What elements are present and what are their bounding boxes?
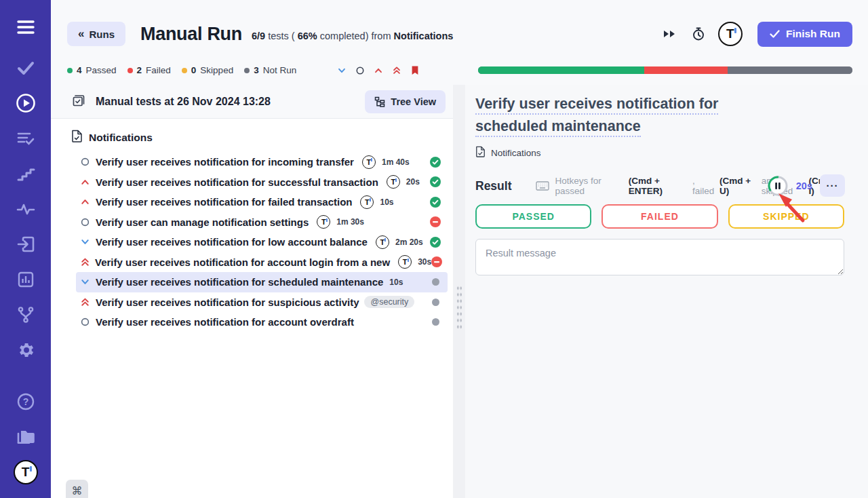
tree-view-button[interactable]: Tree View: [365, 90, 446, 113]
automated-test-logo-icon: T: [360, 195, 374, 209]
passed-button[interactable]: PASSED: [475, 204, 591, 229]
elapsed-timer: 20s: [796, 180, 812, 191]
stopwatch-icon[interactable]: [688, 24, 709, 44]
suite-file-icon: [475, 146, 486, 159]
test-title: Verify user receives notification for ac…: [95, 256, 390, 268]
help-icon[interactable]: ?: [0, 384, 51, 419]
check-icon[interactable]: [0, 50, 51, 85]
drag-grip-icon: [456, 285, 462, 331]
priority-circle-icon: [80, 317, 91, 327]
summary-skipped: 0Skipped: [182, 65, 233, 75]
finish-run-button[interactable]: Finish Run: [757, 22, 852, 47]
test-duration: 1m 30s: [336, 217, 364, 227]
settings-gear-icon[interactable]: [0, 332, 51, 368]
steps-icon[interactable]: [0, 156, 51, 191]
suite-file-icon: [71, 130, 83, 145]
more-options-button[interactable]: ···: [820, 174, 845, 197]
automated-test-logo-icon: T: [398, 255, 412, 269]
run-checklist-icon: [71, 93, 86, 111]
failed-button[interactable]: FAILED: [601, 204, 717, 229]
test-duration: 20s: [406, 177, 420, 187]
status-passed-icon: [430, 237, 441, 248]
main-area: « Runs Manual Run 6/9 tests ( 66% comple…: [51, 0, 868, 498]
test-duration: 1m 40s: [382, 157, 410, 167]
sidebar: ? T: [0, 0, 51, 498]
result-message-input[interactable]: [475, 239, 844, 275]
test-duration: 2m 20s: [395, 237, 423, 247]
back-to-runs-button[interactable]: « Runs: [67, 22, 125, 46]
status-notrun-icon: [432, 318, 439, 326]
priority-circle-icon: [80, 157, 91, 167]
test-row[interactable]: Verify user receives notification for su…: [76, 292, 448, 313]
priority-down-icon: [80, 277, 91, 287]
test-row[interactable]: Verify user receives notification for ac…: [76, 312, 448, 332]
filter-priority-highest-icon[interactable]: [391, 64, 403, 77]
priority-down-icon: [80, 237, 91, 247]
check-icon: [770, 30, 780, 38]
test-row[interactable]: Verify user receives notification for sc…: [76, 272, 448, 292]
test-title: Verify user receives notification for ac…: [96, 316, 354, 328]
list-check-icon[interactable]: [0, 121, 51, 156]
progress-failed-segment: [644, 66, 727, 74]
test-title: Verify user receives notification for lo…: [96, 236, 368, 248]
test-row[interactable]: Verify user receives notification for su…: [76, 172, 448, 193]
keyboard-icon: [536, 181, 549, 191]
progress-notrun-segment: [728, 66, 852, 74]
back-chevrons-icon: «: [78, 27, 84, 41]
analytics-icon[interactable]: [0, 262, 51, 297]
summary-failed: 2Failed: [127, 65, 171, 75]
test-title: Verify user can manage notification sett…: [96, 216, 309, 228]
status-passed-icon: [430, 176, 441, 187]
automated-test-logo-icon: T: [387, 175, 400, 189]
filter-priority-normal-icon[interactable]: [354, 64, 366, 77]
test-list-panel: Manual tests at 26 Nov 2024 13:28 Tree V…: [51, 85, 453, 498]
testomat-logo[interactable]: T: [0, 455, 51, 490]
branch-icon[interactable]: [0, 297, 51, 332]
test-tag[interactable]: @security: [364, 296, 414, 308]
status-notrun-icon: [432, 278, 439, 286]
projects-folder-icon[interactable]: [0, 419, 51, 455]
run-datetime-title: Manual tests at 26 Nov 2024 13:28: [96, 96, 271, 108]
test-duration: 10s: [389, 277, 403, 287]
pulse-icon[interactable]: [0, 191, 51, 227]
import-icon[interactable]: [0, 227, 51, 262]
automated-test-logo-icon: T: [317, 215, 330, 229]
test-row[interactable]: Verify user receives notification for fa…: [76, 192, 448, 212]
progress-passed-segment: [478, 66, 644, 74]
skipped-button[interactable]: SKIPPED: [728, 204, 844, 229]
tree-icon: [374, 96, 385, 107]
play-run-icon[interactable]: [0, 85, 51, 121]
test-list: Verify user receives notification for in…: [51, 152, 453, 332]
back-label: Runs: [89, 28, 115, 40]
test-row[interactable]: Verify user can manage notification sett…: [76, 212, 448, 233]
panel-resize-handle[interactable]: [453, 85, 465, 498]
topbar: « Runs Manual Run 6/9 tests ( 66% comple…: [51, 0, 868, 56]
run-progress-summary: 6/9 tests ( 66% completed) from Notifica…: [252, 31, 453, 41]
automated-test-logo-icon: T: [376, 235, 389, 249]
suite-header[interactable]: Notifications: [51, 119, 453, 152]
testomat-logo-badge[interactable]: T: [718, 22, 743, 46]
pause-timer-button[interactable]: [767, 175, 789, 197]
detail-breadcrumb[interactable]: Notifications: [475, 146, 844, 159]
filter-priority-low-icon[interactable]: [336, 64, 348, 77]
test-duration: 10s: [380, 197, 393, 207]
command-shortcuts-button[interactable]: ⌘: [66, 480, 88, 498]
test-row[interactable]: Verify user receives notification for lo…: [76, 232, 448, 252]
priority-up2-icon: [80, 256, 90, 267]
run-progress-bar: [478, 66, 852, 74]
test-row[interactable]: Verify user receives notification for ac…: [76, 252, 448, 273]
test-title: Verify user receives notification for su…: [96, 296, 359, 308]
test-detail-title[interactable]: Verify user receives notification for sc…: [475, 93, 782, 138]
filter-bookmark-icon[interactable]: [409, 63, 421, 77]
filter-priority-high-icon[interactable]: [372, 64, 384, 77]
filter-row: 4Passed 2Failed 0Skipped 3Not Run: [51, 56, 868, 85]
menu-icon[interactable]: [0, 9, 51, 45]
status-failed-icon: [431, 256, 442, 267]
priority-up-icon: [80, 197, 91, 207]
test-title: Verify user receives notification for sc…: [96, 276, 383, 288]
fast-forward-icon[interactable]: [660, 26, 679, 41]
status-notrun-icon: [432, 299, 439, 306]
priority-circle-icon: [80, 217, 91, 227]
status-failed-icon: [430, 216, 441, 227]
test-row[interactable]: Verify user receives notification for in…: [76, 152, 448, 172]
